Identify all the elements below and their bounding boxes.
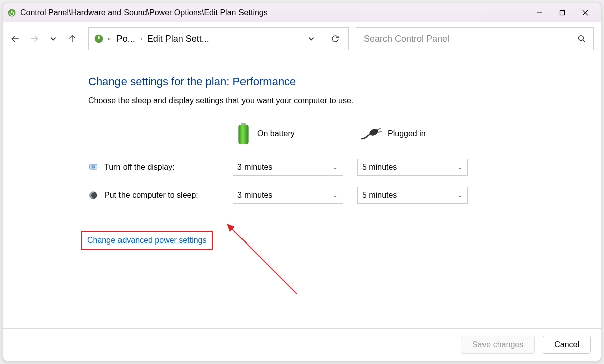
breadcrumb-item[interactable]: Edit Plan Sett...	[147, 34, 209, 44]
svg-rect-3	[560, 10, 565, 15]
svg-rect-10	[241, 123, 246, 125]
dropdown-value: 5 minutes	[362, 163, 397, 172]
page-heading: Change settings for the plan: Performanc…	[88, 75, 601, 88]
svg-line-14	[378, 131, 382, 132]
window-controls	[528, 5, 597, 21]
page-description: Choose the sleep and display settings th…	[88, 96, 601, 105]
on-battery-header: On battery	[233, 123, 348, 145]
svg-line-13	[377, 128, 381, 130]
breadcrumb-item[interactable]: Po...	[116, 34, 135, 44]
turn-off-display-label: Turn off the display:	[88, 162, 224, 172]
svg-line-18	[229, 226, 297, 294]
plugged-in-label: Plugged in	[388, 129, 426, 138]
power-settings-table: On battery Plugged in Turn off the	[88, 119, 601, 204]
table-corner-cell	[88, 119, 224, 148]
chevron-down-icon	[308, 35, 315, 42]
navigation-bar: « Po... › Edit Plan Sett...	[3, 22, 601, 55]
breadcrumb: « Po... › Edit Plan Sett...	[108, 34, 297, 44]
change-advanced-power-settings-link[interactable]: Change advanced power settings	[87, 236, 207, 245]
sleep-battery-dropdown[interactable]: 3 minutes ⌄	[233, 187, 343, 204]
chevron-down-icon: ⌄	[457, 192, 462, 199]
annotation-arrow-icon	[224, 221, 304, 301]
plug-icon	[360, 126, 382, 142]
moon-icon	[88, 190, 98, 200]
navigation-arrows	[10, 34, 77, 44]
svg-rect-7	[98, 36, 99, 39]
content-area: Change settings for the plan: Performanc…	[3, 55, 601, 328]
cancel-button[interactable]: Cancel	[543, 336, 591, 354]
sleep-plugged-dropdown[interactable]: 5 minutes ⌄	[357, 187, 468, 204]
chevron-down-icon: ⌄	[333, 192, 338, 199]
svg-point-12	[368, 128, 379, 137]
minimize-icon	[536, 10, 542, 16]
dropdown-value: 3 minutes	[237, 191, 272, 200]
search-box[interactable]	[356, 27, 594, 50]
display-plugged-dropdown[interactable]: 5 minutes ⌄	[357, 159, 468, 176]
chevron-down-icon: ⌄	[457, 164, 462, 171]
address-bar[interactable]: « Po... › Edit Plan Sett...	[88, 27, 349, 50]
close-icon	[582, 10, 588, 16]
svg-marker-19	[227, 224, 235, 232]
window-frame: Control Panel\Hardware and Sound\Power O…	[3, 3, 601, 361]
on-battery-label: On battery	[257, 129, 295, 138]
highlighted-link-box: Change advanced power settings	[81, 231, 213, 250]
back-button[interactable]	[10, 34, 20, 44]
arrow-left-icon	[10, 34, 20, 44]
power-options-icon	[94, 34, 104, 44]
address-history-button[interactable]	[301, 29, 321, 49]
breadcrumb-chevron-icon: ›	[140, 35, 142, 42]
refresh-icon	[331, 34, 340, 43]
svg-point-8	[579, 36, 584, 41]
sleep-label: Put the computer to sleep:	[88, 190, 224, 200]
svg-rect-11	[238, 125, 248, 144]
recent-locations-button[interactable]	[48, 34, 58, 44]
arrow-right-icon	[29, 34, 39, 44]
search-input[interactable]	[364, 34, 574, 44]
svg-line-9	[583, 40, 585, 42]
window-title: Control Panel\Hardware and Sound\Power O…	[20, 8, 528, 17]
title-bar: Control Panel\Hardware and Sound\Power O…	[3, 3, 601, 22]
display-battery-dropdown[interactable]: 3 minutes ⌄	[233, 159, 343, 176]
minimize-button[interactable]	[528, 5, 551, 21]
arrow-up-icon	[67, 34, 77, 44]
chevron-down-icon	[50, 35, 57, 42]
maximize-icon	[559, 10, 565, 16]
display-icon	[88, 162, 98, 172]
dropdown-value: 5 minutes	[362, 191, 397, 200]
close-button[interactable]	[574, 5, 597, 21]
svg-rect-1	[11, 10, 13, 13]
power-options-icon	[7, 8, 16, 17]
row-label-text: Turn off the display:	[104, 163, 175, 172]
forward-button[interactable]	[29, 34, 39, 44]
search-icon	[577, 34, 586, 43]
battery-icon	[236, 123, 251, 145]
breadcrumb-chevron-icon: «	[108, 35, 111, 42]
maximize-button[interactable]	[551, 5, 574, 21]
refresh-button[interactable]	[325, 29, 345, 49]
footer-bar: Save changes Cancel	[3, 328, 601, 361]
row-label-text: Put the computer to sleep:	[104, 191, 198, 200]
dropdown-value: 3 minutes	[237, 163, 272, 172]
plugged-in-header: Plugged in	[357, 126, 473, 142]
save-changes-button: Save changes	[461, 336, 535, 354]
chevron-down-icon: ⌄	[333, 164, 338, 171]
up-button[interactable]	[67, 34, 77, 44]
